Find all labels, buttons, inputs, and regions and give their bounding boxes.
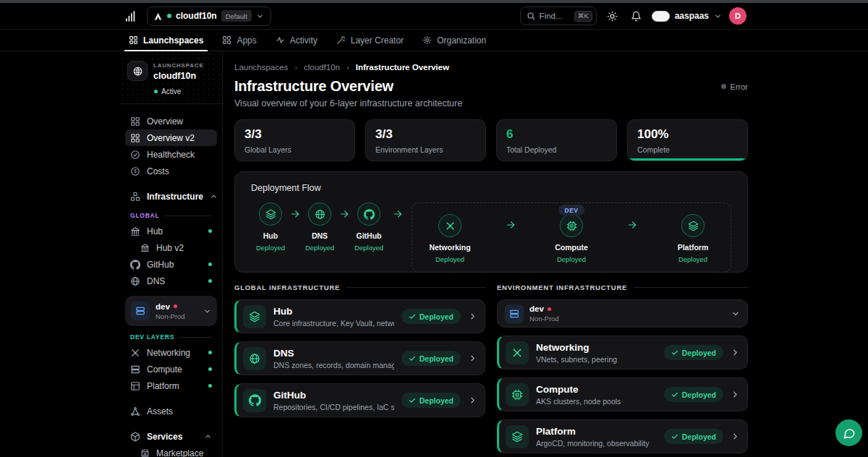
stats-row: 3/3 Global Layers 3/3 Environment Layers… <box>234 119 748 161</box>
tab-activity[interactable]: Activity <box>268 30 325 51</box>
sidebar-item-networking[interactable]: Networking <box>125 344 217 361</box>
sidebar-item-overview-v2[interactable]: Overview v2 <box>125 129 217 146</box>
stat-card-complete: 100% Complete <box>627 119 748 161</box>
check-icon <box>409 355 416 362</box>
group-label-text: DEV LAYERS <box>130 333 174 341</box>
tab-layer-creator[interactable]: Layer Creator <box>329 30 411 51</box>
stat-label: Complete <box>637 145 738 154</box>
breadcrumb-launchspaces[interactable]: Launchspaces <box>234 63 288 72</box>
main-content: Launchspaces cloudf10n Infrastructure Ov… <box>223 51 748 457</box>
breadcrumb-current: Infrastructure Overview <box>340 63 449 72</box>
flow-node-name: GitHub <box>357 231 382 240</box>
sidebar-item-dns[interactable]: DNS <box>125 273 217 289</box>
sidebar-section-label: Infrastructure <box>147 192 203 202</box>
environment-name: dev <box>529 304 544 313</box>
sidebar-item-label: Compute <box>147 364 202 375</box>
card-description: ArgoCD, monitoring, observability <box>536 439 657 448</box>
workspace-status-dot <box>167 14 171 18</box>
avatar[interactable]: D <box>729 7 746 25</box>
chevron-right-icon <box>468 354 477 363</box>
github-icon <box>357 202 380 226</box>
launchspace-header: LAUNCHSPACE cloudf10n Active <box>120 51 222 104</box>
gear-icon <box>422 35 432 45</box>
account-menu[interactable]: aaspaas <box>652 11 722 22</box>
tab-apps[interactable]: Apps <box>215 30 263 51</box>
tab-launchspaces[interactable]: Launchspaces <box>122 30 210 51</box>
grid-icon <box>222 35 231 45</box>
environment-tier: Non-Prod <box>156 312 197 320</box>
stat-value: 100% <box>637 127 738 142</box>
card-compute[interactable]: Compute AKS clusters, node pools Deploye… <box>497 377 748 411</box>
sidebar-item-assets[interactable]: Assets <box>125 403 217 419</box>
sidebar-item-label: Assets <box>147 406 212 417</box>
card-github[interactable]: GitHub Repositories, CI/CD pipelines, Ia… <box>234 383 485 417</box>
sidebar-item-overview[interactable]: Overview <box>125 113 217 129</box>
sidebar-section-services[interactable]: Services <box>125 428 217 445</box>
server-icon <box>130 364 140 375</box>
sidebar-item-compute[interactable]: Compute <box>125 361 217 377</box>
storefront-icon <box>140 448 150 457</box>
card-title: GitHub <box>273 390 394 401</box>
bank-icon <box>130 226 140 236</box>
flow-node-dns[interactable]: DNS Deployed <box>300 202 339 252</box>
flow-node-name: Platform <box>678 243 709 252</box>
env-status-dot <box>548 307 551 311</box>
org-pill-logo <box>652 11 670 22</box>
search-shortcut-kbd: ⌘K <box>574 11 592 22</box>
card-networking[interactable]: Networking VNets, subnets, peering Deplo… <box>497 336 748 370</box>
deployed-dot <box>208 279 212 283</box>
flow-node-compute[interactable]: DEV Compute Deployed <box>552 214 591 263</box>
sidebar-section-infrastructure[interactable]: Infrastructure <box>125 188 217 205</box>
app-logo-icon <box>122 9 140 24</box>
deployed-badge: Deployed <box>401 309 461 324</box>
stat-value: 3/3 <box>244 127 345 142</box>
boxes-icon <box>130 192 140 202</box>
grid-icon <box>129 35 138 45</box>
flow-node-name: Networking <box>429 243 470 252</box>
tab-organization[interactable]: Organization <box>415 30 493 51</box>
sidebar-item-hub[interactable]: Hub <box>125 223 217 239</box>
search-input[interactable]: Find... <box>540 12 570 20</box>
flow-node-status: Deployed <box>256 244 285 252</box>
sidebar-item-costs[interactable]: $ Costs <box>125 163 217 179</box>
sidebar-item-label: DNS <box>147 276 202 286</box>
breadcrumb-cloudf10n[interactable]: cloudf10n <box>288 63 340 72</box>
package-icon <box>130 432 140 442</box>
sidebar-item-hub-v2[interactable]: Hub v2 <box>125 239 217 256</box>
github-icon <box>130 260 140 270</box>
grid-icon <box>130 133 140 143</box>
theme-toggle-button[interactable] <box>604 8 621 25</box>
flow-node-status: Deployed <box>557 255 586 263</box>
sidebar: LAUNCHSPACE cloudf10n Active Overview Ov… <box>120 51 223 457</box>
globe-icon <box>308 202 331 226</box>
tab-label: Apps <box>237 35 256 46</box>
card-title: Networking <box>536 342 657 353</box>
deployed-dot <box>208 384 212 388</box>
flow-node-networking[interactable]: Networking Deployed <box>430 214 469 263</box>
card-title: Hub <box>273 306 394 317</box>
workspace-switcher[interactable]: cloudf10n Default <box>147 7 271 26</box>
dollar-circle-icon: $ <box>130 166 140 176</box>
environment-selector[interactable]: dev Non-Prod <box>497 299 748 328</box>
server-icon <box>505 304 524 323</box>
sidebar-item-marketplace[interactable]: Marketplace <box>125 445 217 457</box>
card-dns[interactable]: DNS DNS zones, records, domain managemen… <box>234 341 485 375</box>
flow-node-hub[interactable]: Hub Deployed <box>251 202 290 252</box>
deployed-badge: Deployed <box>664 387 723 402</box>
layers-icon <box>681 214 705 237</box>
github-icon <box>243 389 266 412</box>
chat-support-button[interactable] <box>835 419 862 446</box>
sidebar-item-github[interactable]: GitHub <box>125 256 217 273</box>
global-search[interactable]: Find... ⌘K <box>520 7 597 25</box>
check-circle-icon <box>130 150 140 160</box>
flow-node-github[interactable]: GitHub Deployed <box>349 202 388 252</box>
card-hub[interactable]: Hub Core infrastructure, Key Vault, netw… <box>234 299 485 333</box>
stat-card-environment-layers: 3/3 Environment Layers <box>365 119 486 161</box>
card-platform[interactable]: Platform ArgoCD, monitoring, observabili… <box>497 419 748 453</box>
sidebar-environment-selector[interactable]: dev Non-Prod <box>125 296 217 326</box>
sidebar-item-platform[interactable]: Platform <box>125 377 217 394</box>
chevron-down-icon <box>714 12 722 20</box>
notifications-button[interactable] <box>628 8 644 25</box>
sidebar-item-healthcheck[interactable]: Healthcheck <box>125 146 217 163</box>
flow-node-platform[interactable]: Platform Deployed <box>673 214 712 263</box>
